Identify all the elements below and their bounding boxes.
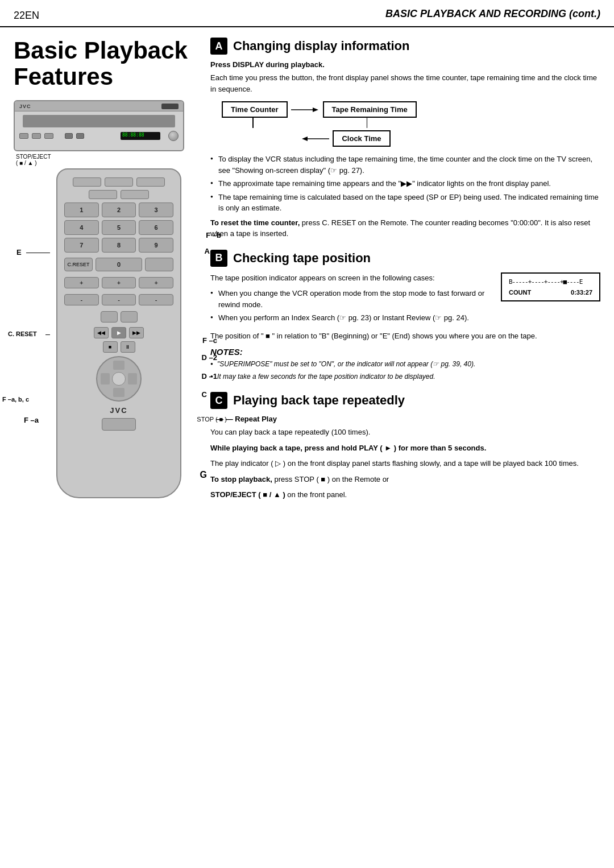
repeat-play-label: — Repeat Play [210, 415, 600, 423]
section-A-bullets: To display the VCR status including the … [210, 154, 600, 214]
remote-small-btn [101, 311, 118, 323]
remote-rewind: ◀◀ [94, 327, 109, 338]
remote-brand: JVC [64, 406, 173, 415]
vcr-button [19, 133, 28, 139]
remote-minus3: - [139, 294, 173, 305]
v-line-left [252, 118, 254, 128]
vcr-button [44, 133, 53, 139]
stop-pause-row: ■ ⏸ [64, 341, 173, 353]
remote-btn [136, 177, 165, 187]
remote-transport: ◀◀ ▶ ▶▶ [64, 327, 173, 338]
label-F-abc: F –a, b, c [2, 396, 29, 403]
reset-text: To reset the time counter, press C. RESE… [210, 217, 600, 239]
stop-eject-label: STOP/EJECT ( ■ / ▲ ) [16, 154, 190, 166]
badge-C: C [210, 392, 227, 409]
remote-c-reset: C.RESET [64, 258, 93, 271]
arrow-left-svg [301, 133, 329, 144]
bullet-item: When you perform an Index Search (☞ pg. … [210, 312, 600, 324]
remote-minus1: - [64, 294, 99, 305]
section-C-bold-instruction: While playing back a tape, press and hol… [210, 443, 600, 454]
remote-bottom-btn [102, 418, 136, 431]
svg-marker-3 [302, 137, 308, 141]
flow-arrow [288, 104, 323, 115]
section-B-heading: Checking tape position [233, 251, 371, 266]
section-C-stop-text2: STOP/EJECT ( ■ / ▲ ) on the front panel. [210, 489, 600, 501]
remote-btn [105, 177, 133, 187]
dpad-up [113, 361, 125, 370]
remote-btn [89, 190, 117, 199]
section-B-content: B-----+----+----+■----E COUNT 0:33:27 Th… [210, 272, 600, 327]
remote-num-5: 5 [102, 220, 136, 235]
page-header: 22EN BASIC PLAYBACK AND RECORDING (cont.… [0, 0, 614, 27]
remote-wrapper: 1 2 3 4 5 6 7 8 9 C.RE [14, 168, 190, 498]
remote-pause: ⏸ [121, 341, 135, 353]
page-number-suffix: EN [25, 10, 39, 21]
vcr-top-stripe: JVC [15, 101, 183, 111]
stop-bold: To stop playback, [210, 475, 272, 483]
remote-num-1: 1 [64, 202, 99, 217]
vcr-image-area: JVC 88:88:88 STOP/EJ [14, 100, 190, 163]
minus-row: - - - [64, 292, 173, 307]
section-B-bullets: When you change the VCR operation mode f… [210, 288, 600, 324]
remote-num-4: 4 [64, 220, 99, 235]
notes-title: NOTES: [210, 347, 600, 357]
remote-plus3: + [139, 277, 173, 288]
vcr-brand: JVC [19, 104, 31, 109]
remote-play: ▶ [111, 327, 126, 338]
plus-minus-row: + + + [64, 275, 173, 290]
remote-small-btn [121, 311, 138, 323]
tape-position-desc: The position of " ■ " in relation to "B"… [210, 330, 600, 342]
section-A-header: A Changing display information [210, 38, 600, 55]
c-reset-row: C.RESET 0 [64, 256, 173, 273]
stop-text2: on the front panel. [285, 490, 347, 499]
remote-num-3: 3 [139, 202, 173, 217]
section-A-heading: Changing display information [233, 39, 409, 53]
vcr-display: 88:88:88 [121, 132, 160, 140]
right-column: A Changing display information Press DIS… [205, 27, 614, 515]
notes-list: "SUPERIMPOSE" must be set to "ON", or th… [210, 359, 600, 382]
remote-minus2: - [102, 294, 136, 305]
remote-num-7: 7 [64, 238, 99, 253]
label-G: G [200, 470, 207, 480]
section-A-body: Each time you press the button, the fron… [210, 72, 600, 94]
label-F-a: F –a [24, 416, 39, 424]
vcr-knob [168, 131, 179, 141]
remote-btn [145, 258, 173, 271]
section-title-main: Basic Playback Features [14, 38, 196, 90]
dpad-down [113, 388, 125, 397]
tape-remaining-box: Tape Remaining Time [323, 101, 417, 118]
remote-num-0: 0 [96, 258, 142, 271]
vcr-led [76, 133, 84, 139]
flow-row1: Time Counter Tape Remaining Time [222, 101, 438, 118]
page-number: 22EN [14, 5, 39, 23]
section-C-header: C Playing back tape repeatedly [210, 392, 600, 409]
bullet-item: To display the VCR status including the … [210, 154, 600, 176]
vcr-device: JVC 88:88:88 [14, 100, 184, 151]
bold-instruction: While playing back a tape, press and hol… [210, 444, 486, 452]
time-counter-box: Time Counter [222, 101, 288, 118]
v-line-right [367, 118, 368, 128]
bullet-item: The tape remaining time is calculated ba… [210, 192, 600, 214]
label-F-c: F –c [202, 336, 217, 345]
section-C-stop-text: To stop playback, press STOP ( ■ ) on th… [210, 474, 600, 485]
bullet-item: When you change the VCR operation mode f… [210, 288, 600, 310]
flow-arrow-left [297, 133, 333, 144]
remote-body: 1 2 3 4 5 6 7 8 9 C.RE [56, 168, 181, 498]
section-C-body2: The play indicator ( ▷ ) on the front di… [210, 458, 600, 469]
section-C-heading: Playing back tape repeatedly [233, 393, 405, 408]
remote-btn [121, 190, 149, 199]
dpad-left [101, 373, 110, 385]
remote-num-6: 6 [139, 220, 173, 235]
remote-num-9: 9 [139, 238, 173, 253]
label-C: C [202, 390, 207, 399]
left-column: Basic Playback Features JVC 88:88:88 [0, 27, 205, 515]
stop-label: STOP ( ■ ) [197, 416, 227, 423]
press-display-label: Press DISPLAY during playback. [210, 60, 600, 69]
remote-numpad: 1 2 3 4 5 6 7 8 9 [64, 202, 173, 253]
v-lines [222, 118, 398, 128]
line-creset [45, 334, 50, 335]
remote-plus1: + [64, 277, 99, 288]
vcr-led [65, 133, 73, 139]
vcr-button [32, 133, 41, 139]
tape-pos-bar: B-----+----+----+■----E [509, 278, 592, 286]
